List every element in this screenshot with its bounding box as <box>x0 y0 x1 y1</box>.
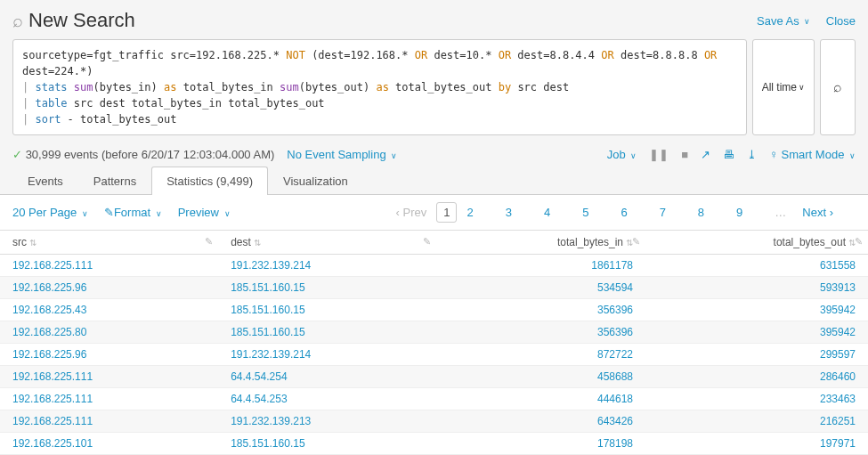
value-link[interactable]: 192.168.225.111 <box>12 415 93 427</box>
cell-total_bytes_out: 286460 <box>645 366 868 388</box>
value-link[interactable]: 185.151.160.15 <box>231 437 304 450</box>
tab-events[interactable]: Events <box>12 167 78 195</box>
col-src[interactable]: src⇅✎ <box>0 231 218 255</box>
value-link[interactable]: 356396 <box>597 304 633 316</box>
value-link[interactable]: 192.168.225.43 <box>12 304 86 316</box>
value-link[interactable]: 64.4.54.253 <box>231 393 287 405</box>
value-link[interactable]: 534594 <box>597 281 633 294</box>
header-bar: ⌕ New Search Save As ∨ Close <box>0 0 868 39</box>
pager-prev[interactable]: ‹ Prev <box>390 203 434 222</box>
stop-icon[interactable]: ■ <box>681 148 688 161</box>
pencil-icon[interactable]: ✎ <box>423 236 431 248</box>
value-link[interactable]: 185.151.160.15 <box>231 326 304 338</box>
pager-page-3[interactable]: 3 <box>499 203 518 222</box>
print-icon[interactable]: 🖶 <box>723 148 734 161</box>
pager-page-8[interactable]: 8 <box>692 203 710 222</box>
value-link[interactable]: 185.151.160.15 <box>231 281 304 294</box>
value-link[interactable]: 216251 <box>820 415 856 427</box>
cell-src: 192.168.225.111 <box>0 255 218 277</box>
value-link[interactable]: 1861178 <box>591 259 633 272</box>
result-tabs: EventsPatternsStatistics (9,499)Visualiz… <box>0 167 868 195</box>
cell-src: 192.168.225.111 <box>0 410 218 433</box>
tab-visualization[interactable]: Visualization <box>268 167 363 195</box>
value-link[interactable]: 185.151.160.15 <box>231 304 304 316</box>
search-button[interactable]: ⌕ <box>820 39 856 135</box>
pager-page-1[interactable]: 1 <box>436 202 457 223</box>
value-link[interactable]: 872722 <box>597 348 633 361</box>
col-dest[interactable]: dest⇅✎ <box>218 231 436 255</box>
value-link[interactable]: 197971 <box>820 437 856 450</box>
pager-page-9[interactable]: 9 <box>730 203 749 222</box>
format-dropdown[interactable]: ✎Format ∨ <box>104 206 162 219</box>
value-link[interactable]: 192.168.225.111 <box>12 259 93 272</box>
table-row: 192.168.225.96191.232.139.21487272229959… <box>0 344 868 366</box>
cell-src: 192.168.225.80 <box>0 321 218 344</box>
cell-src: 192.168.225.111 <box>0 366 218 388</box>
pager-next[interactable]: Next › <box>796 203 840 222</box>
cell-total_bytes_in: 356396 <box>436 321 645 344</box>
search-mode-link[interactable]: ♀ Smart Mode ∨ <box>769 148 856 161</box>
page-title: ⌕ New Search <box>12 9 744 32</box>
cell-src: 192.168.225.101 <box>0 433 218 455</box>
value-link[interactable]: 593913 <box>820 281 856 294</box>
value-link[interactable]: 192.168.225.96 <box>12 348 86 361</box>
pencil-icon[interactable]: ✎ <box>855 236 863 248</box>
value-link[interactable]: 191.232.139.214 <box>231 348 311 361</box>
event-sampling-link[interactable]: No Event Sampling ∨ <box>287 148 397 161</box>
cell-total_bytes_in: 872722 <box>436 344 645 366</box>
search-input[interactable]: sourcetype=fgt_traffic src=192.168.225.*… <box>12 39 747 135</box>
table-row: 192.168.225.11164.4.54.253444618233463 <box>0 388 868 410</box>
export-icon[interactable]: ⤓ <box>747 148 757 161</box>
value-link[interactable]: 643426 <box>597 415 633 427</box>
pager-page-4[interactable]: 4 <box>538 203 556 222</box>
value-link[interactable]: 233463 <box>820 393 856 405</box>
pager-page-2[interactable]: 2 <box>460 203 479 222</box>
tab-statistics-[interactable]: Statistics (9,499) <box>151 167 268 195</box>
value-link[interactable]: 395942 <box>820 304 856 316</box>
table-row: 192.168.225.11164.4.54.254458688286460 <box>0 366 868 388</box>
pause-icon[interactable]: ❚❚ <box>649 148 669 161</box>
table-row: 192.168.225.80185.151.160.15356396395942 <box>0 321 868 344</box>
close-link[interactable]: Close <box>826 14 856 28</box>
page-title-text: New Search <box>28 9 135 32</box>
value-link[interactable]: 191.232.139.213 <box>231 415 311 427</box>
value-link[interactable]: 192.168.225.96 <box>12 281 86 294</box>
cell-total_bytes_out: 233463 <box>645 388 868 410</box>
event-summary-bar: ✓ 30,999 events (before 6/20/17 12:03:04… <box>0 142 868 167</box>
cell-total_bytes_out: 216251 <box>645 410 868 433</box>
share-icon[interactable]: ↗ <box>701 148 710 161</box>
preview-dropdown[interactable]: Preview ∨ <box>178 206 231 219</box>
pencil-icon[interactable]: ✎ <box>632 236 640 248</box>
tab-patterns[interactable]: Patterns <box>78 167 151 195</box>
pager-ellipsis: … <box>768 203 792 222</box>
time-range-picker[interactable]: All time ∨ <box>752 39 815 135</box>
pager-page-7[interactable]: 7 <box>653 203 672 222</box>
cell-dest: 191.232.139.214 <box>218 255 436 277</box>
value-link[interactable]: 444618 <box>597 393 633 405</box>
value-link[interactable]: 299597 <box>820 348 856 361</box>
cell-dest: 185.151.160.15 <box>218 433 436 455</box>
value-link[interactable]: 192.168.225.101 <box>12 437 93 450</box>
value-link[interactable]: 356396 <box>597 326 633 338</box>
per-page-dropdown[interactable]: 20 Per Page ∨ <box>12 206 88 219</box>
pager-page-5[interactable]: 5 <box>576 203 595 222</box>
value-link[interactable]: 631558 <box>820 259 856 272</box>
save-as-link[interactable]: Save As ∨ <box>757 14 810 28</box>
job-menu[interactable]: Job ∨ <box>607 148 637 161</box>
value-link[interactable]: 395942 <box>820 326 856 338</box>
value-link[interactable]: 178198 <box>597 437 633 450</box>
value-link[interactable]: 458688 <box>597 370 633 383</box>
cell-src: 192.168.225.43 <box>0 299 218 321</box>
value-link[interactable]: 286460 <box>820 370 856 383</box>
value-link[interactable]: 64.4.54.254 <box>231 370 287 383</box>
pager-page-6[interactable]: 6 <box>614 203 633 222</box>
cell-total_bytes_in: 444618 <box>436 388 645 410</box>
cell-src: 192.168.225.96 <box>0 277 218 299</box>
pencil-icon[interactable]: ✎ <box>205 236 213 248</box>
value-link[interactable]: 192.168.225.111 <box>12 370 93 383</box>
value-link[interactable]: 191.232.139.214 <box>231 259 311 272</box>
value-link[interactable]: 192.168.225.80 <box>12 326 86 338</box>
col-total_bytes_out[interactable]: total_bytes_out⇅✎ <box>645 231 868 255</box>
value-link[interactable]: 192.168.225.111 <box>12 393 93 405</box>
col-total_bytes_in[interactable]: total_bytes_in⇅✎ <box>436 231 645 255</box>
